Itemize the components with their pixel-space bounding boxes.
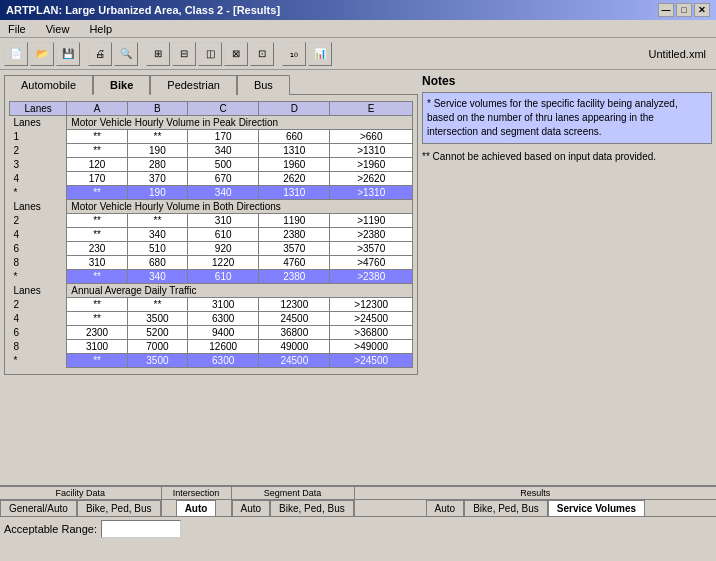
s1-r4-c: 670 (188, 172, 259, 186)
title-bar: ARTPLAN: Large Urbanized Area, Class 2 -… (0, 0, 716, 20)
s1-h-c: 340 (188, 186, 259, 200)
save-button[interactable]: 💾 (56, 42, 80, 66)
bottom-tab-segment-auto[interactable]: Auto (232, 500, 271, 516)
minimize-button[interactable]: — (658, 3, 674, 17)
section1-header-row: Lanes Motor Vehicle Hourly Volume in Pea… (10, 116, 413, 130)
acceptable-range-input[interactable] (101, 520, 181, 538)
bottom-tab-results-auto[interactable]: Auto (426, 500, 465, 516)
notes-title: Notes (422, 74, 712, 88)
table-row: 4 170 370 670 2620 >2620 (10, 172, 413, 186)
s1-r1-lanes: 1 (10, 130, 67, 144)
s1-r2-c: 340 (188, 144, 259, 158)
bottom-tab-intersection-auto[interactable]: Auto (176, 500, 217, 516)
tab-panel: Automobile Bike Pedestrian Bus Lanes A B… (4, 74, 418, 481)
new-button[interactable]: 📄 (4, 42, 28, 66)
tab-bus[interactable]: Bus (237, 75, 290, 95)
col-b-header: B (127, 102, 187, 116)
bottom-tab-general-auto[interactable]: General/Auto (0, 500, 77, 516)
lanes-header: Lanes (10, 102, 67, 116)
s1-r1-a: ** (67, 130, 127, 144)
main-content: Automobile Bike Pedestrian Bus Lanes A B… (0, 70, 716, 485)
bottom-tab-service-volumes[interactable]: Service Volumes (548, 500, 645, 516)
s1-r2-lanes: 2 (10, 144, 67, 158)
tab-bike[interactable]: Bike (93, 75, 150, 95)
toolbar-icon1[interactable]: ⊞ (146, 42, 170, 66)
s1-highlight-lanes: * (10, 186, 67, 200)
tab-pedestrian[interactable]: Pedestrian (150, 75, 237, 95)
status-row: Acceptable Range: (0, 517, 716, 541)
bottom-tab-segment-bike-ped[interactable]: Bike, Ped, Bus (270, 500, 354, 516)
tab-automobile[interactable]: Automobile (4, 75, 93, 95)
notes-highlighted: * Service volumes for the specific facil… (422, 92, 712, 144)
toolbar-icon3[interactable]: ◫ (198, 42, 222, 66)
s1-h-a: ** (67, 186, 127, 200)
toolbar-icon5[interactable]: ⊡ (250, 42, 274, 66)
window-title: ARTPLAN: Large Urbanized Area, Class 2 -… (6, 4, 280, 16)
section3-header-row: Lanes Annual Average Daily Traffic (10, 284, 413, 298)
col-a-header: A (67, 102, 127, 116)
s1-h-e: >1310 (330, 186, 413, 200)
notes-extra-text: ** Cannot be achieved based on input dat… (422, 150, 712, 164)
section1-title: Motor Vehicle Hourly Volume in Peak Dire… (67, 116, 413, 130)
preview-button[interactable]: 🔍 (114, 42, 138, 66)
menu-view[interactable]: View (42, 22, 74, 36)
acceptable-range-label: Acceptable Range: (4, 523, 97, 535)
s1-r4-e: >2620 (330, 172, 413, 186)
open-button[interactable]: 📂 (30, 42, 54, 66)
s1-r4-a: 170 (67, 172, 127, 186)
lanes-section3-label: Lanes (10, 284, 67, 298)
s1-r3-b: 280 (127, 158, 187, 172)
menu-bar: File View Help (0, 20, 716, 38)
bottom-group-label-results: Results (355, 487, 716, 500)
menu-file[interactable]: File (4, 22, 30, 36)
section3-title: Annual Average Daily Traffic (67, 284, 413, 298)
s1-r1-d: 660 (259, 130, 330, 144)
table-row: 4 ** 3500 6300 24500 >24500 (10, 312, 413, 326)
window-controls: — □ ✕ (658, 3, 710, 17)
lanes-section2-label: Lanes (10, 200, 67, 214)
bottom-group-label-facility: Facility Data (0, 487, 161, 500)
s1-r3-e: >1960 (330, 158, 413, 172)
table-row-highlight: * ** 340 610 2380 >2380 (10, 270, 413, 284)
toolbar-icon6[interactable]: ₁₀ (282, 42, 306, 66)
bottom-bar: Facility Data General/Auto Bike, Ped, Bu… (0, 485, 716, 541)
tab-content: Lanes A B C D E Lanes Motor Vehicle Hour… (4, 94, 418, 375)
col-c-header: C (188, 102, 259, 116)
s1-r4-b: 370 (127, 172, 187, 186)
toolbar-icon4[interactable]: ⊠ (224, 42, 248, 66)
menu-help[interactable]: Help (85, 22, 116, 36)
s1-r1-b: ** (127, 130, 187, 144)
s1-r3-lanes: 3 (10, 158, 67, 172)
s1-h-d: 1310 (259, 186, 330, 200)
s1-r2-a: ** (67, 144, 127, 158)
maximize-button[interactable]: □ (676, 3, 692, 17)
bottom-tab-results-bike-ped[interactable]: Bike, Ped, Bus (464, 500, 548, 516)
s1-r3-c: 500 (188, 158, 259, 172)
section2-title: Motor Vehicle Hourly Volume in Both Dire… (67, 200, 413, 214)
table-row: 2 ** ** 3100 12300 >12300 (10, 298, 413, 312)
s1-h-b: 190 (127, 186, 187, 200)
table-row: 6 230 510 920 3570 >3570 (10, 242, 413, 256)
s1-r2-e: >1310 (330, 144, 413, 158)
s1-r2-d: 1310 (259, 144, 330, 158)
notes-panel: Notes * Service volumes for the specific… (422, 74, 712, 481)
table-row-highlight: * ** 190 340 1310 >1310 (10, 186, 413, 200)
table-row: 2 ** 190 340 1310 >1310 (10, 144, 413, 158)
data-table: Lanes A B C D E Lanes Motor Vehicle Hour… (9, 101, 413, 368)
bottom-tab-bike-ped-bus-facility[interactable]: Bike, Ped, Bus (77, 500, 161, 516)
notes-highlighted-text: * Service volumes for the specific facil… (427, 98, 678, 137)
table-row-highlight: * ** 3500 6300 24500 >24500 (10, 354, 413, 368)
lanes-section1-label: Lanes (10, 116, 67, 130)
s1-r2-b: 190 (127, 144, 187, 158)
bottom-group-label-segment: Segment Data (232, 487, 354, 500)
filename-label: Untitled.xml (649, 48, 712, 60)
s1-r4-lanes: 4 (10, 172, 67, 186)
table-row: 1 ** ** 170 660 >660 (10, 130, 413, 144)
toolbar-icon2[interactable]: ⊟ (172, 42, 196, 66)
toolbar-icon7[interactable]: 📊 (308, 42, 332, 66)
print-button[interactable]: 🖨 (88, 42, 112, 66)
table-row: 8 310 680 1220 4760 >4760 (10, 256, 413, 270)
close-button[interactable]: ✕ (694, 3, 710, 17)
s1-r3-a: 120 (67, 158, 127, 172)
s1-r4-d: 2620 (259, 172, 330, 186)
